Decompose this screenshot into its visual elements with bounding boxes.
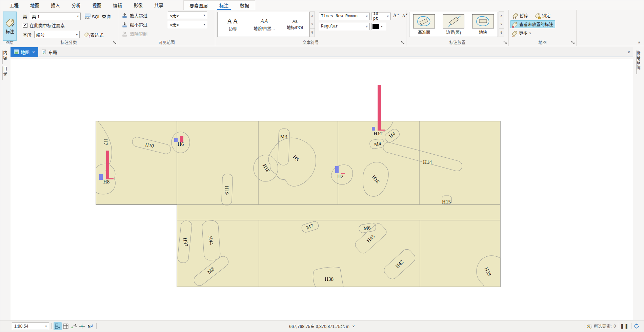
status-bar: 1:88.54 ▾ [0,320,644,332]
group-visibility-caption: 可见范围 [118,39,215,45]
contents-pane-tab[interactable]: 内容 [2,51,11,60]
group-text-symbol: AA 边界 AA 地貌/自然… Aa 地标/POI ∧ ∨ ∨∨ Times N… [215,10,406,46]
sql-query-button[interactable]: SQL SQL 查询 [83,13,112,20]
class-select[interactable]: 类 1▾ [30,13,81,20]
map-scale-select[interactable]: 1:88.54 ▾ [12,323,49,330]
tab-labeling[interactable]: 标注 [214,1,234,10]
view-tab-map[interactable]: 地图 × [11,47,38,57]
map-tab-label: 地图 [21,49,29,55]
clear-limits-button[interactable]: 清除限制 [122,31,147,37]
map-canvas[interactable]: H7H10H6H8M3H5H18H19H2H11H4M4H14H16H15H37… [11,59,633,320]
svg-text:N: N [88,324,90,328]
chart-bar-H8-blue [99,174,103,180]
ribbon-tab-bar: 工程 地图 插入 分析 视图 编辑 影像 共享 要素图层 标注 数据 [0,0,644,10]
parcel-label-H10: H10 [145,142,154,149]
zoom-in-beyond-row[interactable]: 放大超过 [122,12,147,19]
map-scale-value: 1:88.54 [14,324,28,329]
view-unplaced-labels-button[interactable]: × 查看未放置的标注 [510,20,555,28]
parcel-label-H37: H37 [182,237,189,247]
parcel-label-H38: H38 [325,276,334,282]
gallery-up-button[interactable]: ∧ [309,12,315,20]
placement-parcel-thumb [472,14,494,28]
placement-gallery: 基准面 边界(面) [409,12,498,37]
font-size-select[interactable]: 10 pt∨ [371,13,391,20]
placement-boundary[interactable]: 边界(面) [443,14,464,35]
text-symbol-gallery: AA 边界 AA 地貌/自然… Aa 地标/POI [217,12,309,37]
tab-feature-layer[interactable]: 要素图层 [184,1,214,10]
grid-tool-button[interactable] [62,322,70,330]
tag-more-icon: … [512,31,517,36]
text-color-picker[interactable]: ▾ [371,23,386,30]
placement-dialog-launcher[interactable] [503,41,507,44]
pause-drawing-button[interactable]: ❚❚ [620,324,629,329]
field-select[interactable]: 编号▾ [34,31,80,38]
expression-button[interactable]: [ 表达式 [82,31,105,38]
map-dialog-launcher[interactable] [571,41,575,44]
view-tab-overflow-button[interactable]: ∨ [628,50,633,54]
catalog-pane-tab[interactable]: 目录 [2,66,11,76]
collapse-ribbon-button[interactable]: ∧ [638,40,640,44]
coordinate-readout[interactable]: 667,768.75东 3,370,871.75北 m ∨ [289,323,355,329]
contextual-tab-group: 要素图层 标注 数据 [183,0,255,10]
tag-check-icon: ✓ [5,18,14,27]
grow-text-button[interactable]: A▲ [393,13,399,19]
parcel-label-M7: M7 [305,223,314,231]
text-style-terrain[interactable]: AA 地貌/自然… [248,18,281,31]
tab-project[interactable]: 工程 [4,0,24,10]
close-map-tab-icon[interactable]: × [32,50,35,55]
zoom-out-beyond-select[interactable]: <无>▾ [168,21,207,28]
more-labeling-button[interactable]: … 更多 ∨ [510,30,533,37]
tab-insert[interactable]: 插入 [45,0,66,10]
text-style-poi[interactable]: Aa 地标/POI [281,19,309,30]
zoom-out-beyond-row[interactable]: 缩小超过 [122,21,147,28]
tab-map[interactable]: 地图 [24,0,45,10]
layout-grid-tool-button[interactable] [54,322,62,330]
right-panel-rail: 符号系统 [633,47,644,320]
font-style-select[interactable]: Regular∨ [319,23,370,30]
font-select[interactable]: Times New Roman∨ [319,13,370,20]
gallery-expand-button[interactable]: ∨∨ [309,28,315,37]
placement-basal[interactable]: 基准面 [413,14,435,35]
refresh-icon[interactable] [633,323,640,329]
parcel-label-H7: H7 [103,139,108,145]
parcel-label-H43: H43 [366,234,376,244]
left-panel-rail: 内容 目录 [0,47,11,320]
tab-view[interactable]: 视图 [86,0,107,10]
text-symbol-dialog-launcher[interactable] [401,41,405,44]
snap-crosshair-tool-button[interactable] [78,322,86,330]
tab-imagery[interactable]: 影像 [128,0,148,10]
placement-expand-button[interactable]: ∨∨ [499,28,504,37]
tab-edit[interactable]: 编辑 [107,0,128,10]
selected-features-label: 所选要素: [594,323,612,329]
placement-up-button[interactable]: ∧ [499,12,504,20]
parcel-label-H44: H44 [207,236,214,245]
tab-data[interactable]: 数据 [234,1,255,10]
placement-parcel[interactable]: 地块 [472,14,494,35]
label-toggle-button[interactable]: ✓ 标注 [3,12,17,41]
group-layer: ✓ 标注 图层 [0,10,19,46]
edit-sketch-tool-button[interactable] [70,322,78,330]
placement-down-button[interactable]: ∨ [499,20,504,29]
tab-share[interactable]: 共享 [148,0,169,10]
group-layer-caption: 图层 [0,39,19,45]
group-placement-caption: 标注放置 [406,39,508,45]
text-style-boundary[interactable]: AA 边界 [218,17,248,32]
zoom-in-beyond-select[interactable]: <无>▾ [168,12,207,19]
tag-unplaced-icon: × [512,22,518,27]
pane-indicator [636,51,637,74]
lock-labels-button[interactable]: 锁定 [533,12,552,19]
pause-labeling-button[interactable]: ❙❙ 暂停 [511,12,530,19]
sketch-icon [71,324,77,329]
north-arrow-tool-button[interactable]: N [86,322,94,330]
tab-analysis[interactable]: 分析 [66,0,86,10]
label-features-checkbox[interactable]: 在此类中标注要素 [23,22,65,28]
view-tab-layout[interactable]: 布局 [38,47,61,57]
label-class-dialog-launcher[interactable] [113,41,117,44]
zoom-to-selection-icon[interactable] [586,324,592,329]
parcel-label-M4: M4 [374,141,381,148]
chart-bar-H11-pink [378,85,381,131]
field-label: 字段 [23,32,32,38]
zoom-in-beyond-icon [122,13,128,18]
gallery-down-button[interactable]: ∨ [309,20,315,29]
symbology-pane-tab[interactable]: 符号系统 [635,51,644,70]
